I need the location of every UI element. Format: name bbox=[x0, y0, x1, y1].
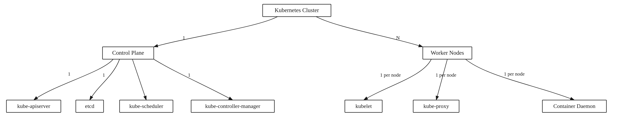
cp-edge-label: 1 bbox=[182, 35, 185, 40]
container-daemon-label: Container Daemon bbox=[553, 103, 595, 109]
control-plane-label: Control Plane bbox=[112, 50, 144, 56]
kube-proxy-label: kube-proxy bbox=[424, 103, 449, 109]
etcd-label: etcd bbox=[85, 103, 94, 109]
etcd-edge-label: 1 bbox=[102, 72, 105, 78]
kproxy-edge-label: 1 per node bbox=[436, 72, 456, 78]
kubelet-label: kubelet bbox=[356, 103, 372, 109]
kcm-edge-label: 1 bbox=[188, 72, 190, 78]
k8s-cluster-label: Kubernetes Cluster bbox=[274, 7, 319, 13]
kube-apiserver-label: kube-apiserver bbox=[17, 103, 50, 109]
kube-controller-manager-label: kube-controller-manager bbox=[205, 103, 260, 109]
kubelet-edge-label: 1 per node bbox=[380, 72, 401, 78]
kube-scheduler-label: kube-scheduler bbox=[130, 103, 163, 109]
worker-nodes-label: Worker Nodes bbox=[431, 50, 464, 56]
cd-edge-label: 1 per node bbox=[504, 71, 525, 77]
wn-edge-label: N bbox=[396, 35, 400, 40]
diagram-svg: Kubernetes Cluster Control Plane Worker … bbox=[0, 0, 644, 132]
diagram-container: Kubernetes Cluster Control Plane Worker … bbox=[0, 0, 644, 132]
apiserver-edge-label: 1 bbox=[68, 71, 70, 77]
